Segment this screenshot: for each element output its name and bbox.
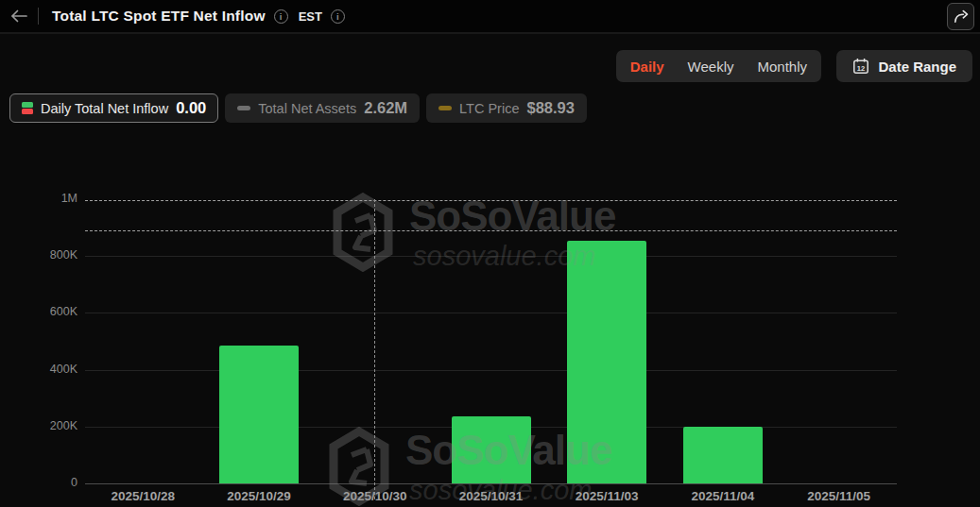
bar[interactable] [452, 416, 531, 483]
svg-text:12: 12 [857, 64, 865, 73]
grid-line [85, 483, 897, 484]
bar[interactable] [567, 241, 646, 483]
tab-weekly[interactable]: Weekly [688, 59, 734, 75]
x-tick-label: 2025/11/05 [781, 489, 897, 503]
line-series-icon [438, 106, 452, 110]
x-tick-label: 2025/10/31 [433, 489, 549, 503]
bar[interactable] [683, 427, 763, 483]
x-tick-label: 2025/10/29 [201, 489, 318, 503]
legend-label: LTC Price [459, 101, 519, 116]
grid-line [85, 313, 897, 313]
chart-legend: Daily Total Net Inflow 0.00 Total Net As… [9, 93, 587, 123]
grid-line [85, 256, 897, 257]
info-icon[interactable] [274, 9, 288, 24]
tab-daily[interactable]: Daily [630, 59, 664, 75]
overlay-line-ltc-price [85, 230, 897, 231]
bar-chart-plot: 2025/10/282025/10/292025/10/302025/10/31… [85, 199, 897, 483]
x-tick-label: 2025/11/03 [549, 489, 665, 503]
y-tick-label: 0 [0, 476, 77, 489]
x-tick-label: 2025/10/28 [85, 489, 201, 503]
y-tick-label: 800K [0, 248, 77, 262]
page-title: Total LTC Spot ETF Net Inflow [52, 8, 266, 25]
bar[interactable] [219, 346, 299, 483]
header-divider [38, 8, 39, 25]
y-tick-label: 600K [0, 305, 77, 318]
tab-monthly[interactable]: Monthly [757, 59, 807, 75]
interval-tabs: Daily Weekly Monthly [616, 50, 821, 82]
y-tick-label: 400K [0, 363, 77, 376]
crosshair-line [374, 199, 375, 499]
legend-item-net-inflow[interactable]: Daily Total Net Inflow 0.00 [9, 93, 218, 123]
timezone-label: EST [299, 9, 322, 24]
back-button[interactable] [0, 1, 38, 31]
header: Total LTC Spot ETF Net Inflow EST [0, 0, 980, 34]
arrow-left-icon [9, 8, 29, 24]
calendar-icon: 12 [852, 58, 869, 75]
legend-value: 0.00 [176, 99, 206, 117]
app-root: Total LTC Spot ETF Net Inflow EST Daily … [0, 0, 980, 507]
legend-item-ltc-price[interactable]: LTC Price $88.93 [426, 93, 587, 123]
date-range-button[interactable]: 12 Date Range [836, 50, 972, 82]
legend-label: Daily Total Net Inflow [41, 101, 168, 116]
x-tick-label: 2025/11/04 [665, 489, 782, 503]
line-series-icon [237, 106, 250, 110]
share-icon [952, 8, 970, 25]
legend-label: Total Net Assets [258, 101, 356, 116]
share-button[interactable] [947, 3, 974, 30]
overlay-line-total-net-assets [85, 200, 897, 201]
legend-value: 2.62M [364, 99, 407, 117]
y-tick-label: 1M [0, 192, 77, 205]
info-icon[interactable] [331, 9, 345, 24]
y-tick-label: 200K [0, 419, 77, 432]
legend-value: $88.93 [526, 99, 574, 117]
date-range-label: Date Range [878, 59, 956, 75]
grid-line [85, 370, 897, 371]
legend-item-net-assets[interactable]: Total Net Assets 2.62M [225, 93, 420, 123]
bar-series-icon [22, 102, 33, 114]
